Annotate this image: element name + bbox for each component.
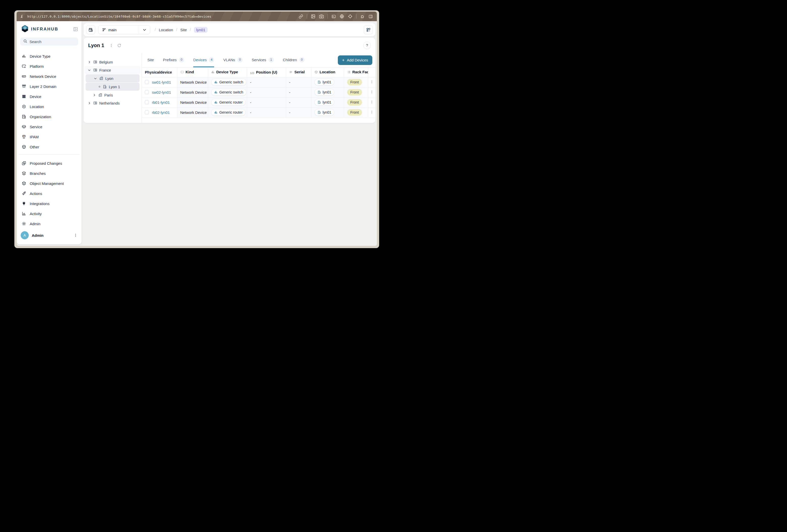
row-checkbox[interactable] [145,90,149,94]
row-kebab-menu-icon[interactable] [370,80,374,84]
col-position: 123Position (U) [247,67,286,77]
camera-icon[interactable] [319,14,324,19]
breadcrumb-item-location[interactable]: Location [159,28,173,32]
row-checkbox[interactable] [145,110,149,114]
sidebar-item-actions[interactable]: Actions [19,188,79,198]
sidebar-item-service[interactable]: Service [19,122,79,132]
plug-icon [22,201,26,206]
time-travel-button[interactable] [86,25,95,34]
device-link[interactable]: rb01-lyn01 [152,100,170,105]
kebab-menu-icon[interactable] [73,233,78,237]
schema-visualizer-button[interactable] [364,25,373,34]
copy-arrow-icon [22,161,26,166]
plus-icon: + [342,58,345,63]
sidebar-item-label: Activity [30,212,42,216]
avatar: A [21,231,29,239]
search-input-box[interactable]: ⌘K [20,38,78,46]
cell-device-type: Generic switch [208,87,247,97]
sidebar-item-label: Branches [30,171,46,175]
row-kebab-menu-icon[interactable] [370,110,374,114]
cell-rack-face: Front [344,77,368,87]
country-map-icon [93,60,97,64]
cell-serial: - [286,87,311,97]
sidebar-item-admin[interactable]: Admin [19,219,79,229]
branch-selector[interactable]: main [98,25,150,34]
link-icon[interactable] [299,14,303,19]
cell-position: - [247,77,286,87]
cell-kind: Network Device [177,97,208,107]
tree-item-belgium[interactable]: Belgium [85,58,141,66]
cell-rack-face: Front [344,97,368,107]
bar-chart-icon [211,70,215,75]
search-input[interactable] [29,40,80,44]
tree-item-netherlands[interactable]: Netherlands [85,99,141,107]
chevron-down-icon[interactable] [139,25,150,34]
tree-item-lyon[interactable]: Lyon [86,74,140,82]
tab-devices[interactable]: Devices4 [193,53,214,67]
user-name: Admin [32,233,44,237]
add-devices-button[interactable]: +Add Devices [338,56,373,65]
rack-face-badge: Front [347,89,362,95]
main-area: main / Location / Site / lyn01 [84,23,375,246]
tree-item-paris[interactable]: Paris [85,91,141,99]
device-link[interactable]: rb02-lyn01 [152,110,170,114]
globe-icon[interactable] [340,14,344,19]
refresh-icon[interactable] [116,42,123,49]
sidebar-item-layer2-domain[interactable]: Layer 2 Domain [19,81,79,91]
sidebar-item-proposed-changes[interactable]: Proposed Changes [19,158,79,168]
cell-device-type: Generic router [208,97,247,107]
url-text: http://127.0.0.1:8000/objects/LocationSi… [27,15,211,18]
puzzle-icon[interactable] [360,14,365,19]
sidebar-item-platform[interactable]: Platform [19,61,79,71]
object-kebab-menu-icon[interactable] [108,42,115,49]
split-view-icon[interactable] [368,14,373,19]
table-row: sw02-lyn01 Network Device Generic switch… [142,87,375,97]
cell-serial: - [286,77,311,87]
sidebar-item-ipam[interactable]: IPIPAM [19,132,79,142]
user-menu[interactable]: A Admin [17,229,82,244]
tab-prefixes[interactable]: Prefixes0 [163,53,184,67]
row-checkbox[interactable] [145,80,149,84]
target-icon [22,104,26,109]
sidebar-item-object-management[interactable]: Object Management [19,178,79,188]
sidebar-nav-primary: Device Type Platform Network Device Laye… [17,46,82,152]
tab-children[interactable]: Children0 [283,53,304,67]
crosshair-icon[interactable] [348,14,353,19]
box-icon [314,70,318,75]
terminal-icon[interactable] [332,14,336,19]
sidebar-item-network-device[interactable]: Network Device [19,71,79,81]
help-button[interactable]: ? [363,42,371,49]
tree-item-lyon-1[interactable]: Lyon 1 [86,83,140,91]
chevron-down-icon [88,68,91,72]
sidebar-item-other[interactable]: Other [19,142,79,152]
breadcrumb-current[interactable]: lyn01 [194,27,208,33]
device-link[interactable]: sw02-lyn01 [152,90,171,94]
sidebar-item-device-type[interactable]: Device Type [19,51,79,61]
sidebar-item-activity[interactable]: Activity [19,209,79,219]
chevron-right-icon [88,61,91,64]
country-map-icon [93,101,97,105]
row-kebab-menu-icon[interactable] [370,100,374,104]
sidebar-collapse-icon[interactable] [73,27,78,32]
device-link[interactable]: sw01-lyn01 [152,80,171,84]
tab-bar: Site Prefixes0 Devices4 VLANs0 Services1… [142,53,375,67]
sidebar-item-location[interactable]: Location [19,102,79,112]
page-title: Lyon 1 [88,43,104,48]
tab-site[interactable]: Site [147,53,154,67]
sidebar-item-device[interactable]: Device [19,91,79,102]
tab-services[interactable]: Services1 [252,53,274,67]
tab-vlans[interactable]: VLANs0 [223,53,242,67]
city-icon [98,93,102,97]
table-row: rb02-lyn01 Network Device Generic router… [142,107,375,118]
cell-location: lyn01 [311,77,344,87]
tree-item-france[interactable]: France [85,66,141,74]
image-icon[interactable] [311,14,315,19]
sidebar-item-integrations[interactable]: Integrations [19,198,79,209]
row-kebab-menu-icon[interactable] [370,90,374,94]
site-building-icon [317,101,321,104]
sidebar-item-branches[interactable]: Branches [19,168,79,178]
git-branch-icon [102,28,106,32]
row-checkbox[interactable] [145,100,149,104]
breadcrumb-item-site[interactable]: Site [180,28,187,32]
sidebar-item-organization[interactable]: Organization [19,112,79,122]
